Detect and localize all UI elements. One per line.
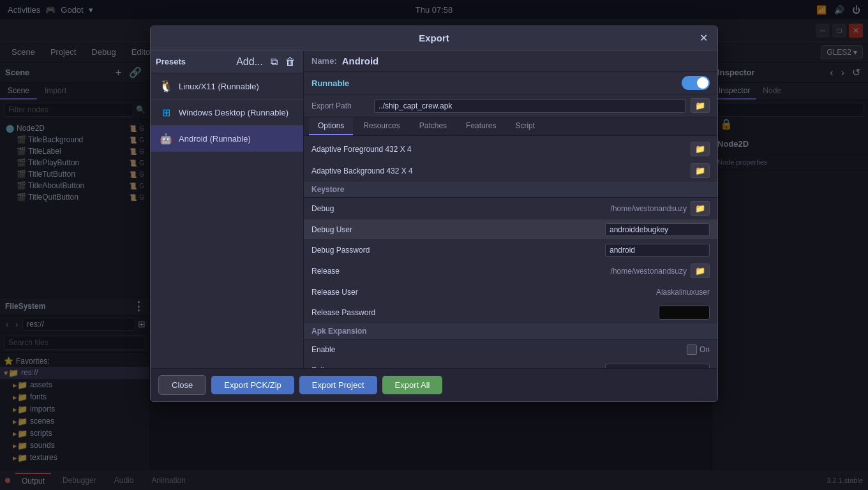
presets-title: Presets: [156, 57, 186, 66]
android-icon: 🤖: [160, 133, 172, 145]
release-pw-label: Release Password: [311, 308, 659, 317]
debug-user-input[interactable]: [605, 223, 710, 236]
enable-checkbox[interactable]: [687, 345, 697, 355]
add-preset-button[interactable]: Add...: [234, 55, 266, 69]
debug-pw-input[interactable]: [605, 244, 710, 256]
presets-actions: Add... ⧉ 🗑: [234, 55, 298, 69]
dialog-footer: Close Export PCK/Zip Export Project Expo…: [151, 368, 717, 401]
options-tab-label: Options: [318, 121, 344, 130]
settings-row-debug-pw: Debug Password: [304, 240, 717, 260]
dialog-close-button[interactable]: ✕: [696, 31, 711, 46]
linux-icon: 🐧: [159, 79, 173, 93]
enable-value: On: [687, 345, 710, 355]
android-preset-label: Android (Runnable): [179, 134, 251, 144]
export-dialog: Export ✕ Presets Add... ⧉ 🗑 �: [150, 26, 718, 402]
preset-item-linux[interactable]: 🐧 Linux/X11 (Runnable): [151, 73, 303, 100]
adaptive-bg-label: Adaptive Background 432 X 4: [311, 167, 691, 175]
debug-user-value: [605, 223, 710, 236]
adaptive-fg-label: Adaptive Foreground 432 X 4: [311, 145, 691, 154]
debug-pw-label: Debug Password: [311, 246, 605, 255]
settings-body: Adaptive Foreground 432 X 4 📁 Adaptive B…: [304, 136, 717, 368]
export-path-row: Export Path 📁: [304, 94, 717, 117]
release-folder-button[interactable]: 📁: [691, 264, 710, 278]
settings-name-row: Name: Android: [304, 50, 717, 72]
export-settings: Name: Android Runnable Export Path 📁: [304, 50, 717, 368]
export-path-label: Export Path: [311, 101, 369, 110]
export-path-input[interactable]: [374, 99, 685, 113]
enable-check-on: On: [687, 345, 710, 355]
dialog-body: Presets Add... ⧉ 🗑 🐧 Linux/X11 (Runnable…: [151, 50, 717, 368]
settings-row-salt: Salt: [304, 360, 717, 368]
keystore-section: Keystore: [304, 182, 717, 198]
features-tab-label: Features: [466, 121, 496, 130]
preset-list: 🐧 Linux/X11 (Runnable) ⊞ Windows Desktop…: [151, 73, 303, 368]
release-user-label: Release User: [311, 288, 656, 297]
debug-label: Debug: [311, 204, 611, 213]
patches-tab-label: Patches: [419, 121, 447, 130]
settings-row-adaptive-bg: Adaptive Background 432 X 4 📁: [304, 160, 717, 182]
enable-on-label: On: [700, 345, 710, 354]
footer-export-project-button[interactable]: Export Project: [299, 376, 377, 394]
settings-tab-patches[interactable]: Patches: [410, 117, 456, 135]
settings-row-release: Release /home/westonandsuzy 📁: [304, 260, 717, 282]
export-path-folder-button[interactable]: 📁: [691, 98, 710, 113]
footer-export-pck-button[interactable]: Export PCK/Zip: [211, 376, 294, 394]
debug-path-text: /home/westonandsuzy: [611, 204, 687, 213]
release-value: /home/westonandsuzy 📁: [611, 264, 710, 278]
windows-icon: ⊞: [162, 107, 170, 119]
copy-preset-button[interactable]: ⧉: [268, 55, 280, 69]
salt-input[interactable]: [605, 364, 710, 368]
settings-tab-options[interactable]: Options: [309, 117, 353, 135]
delete-preset-button[interactable]: 🗑: [283, 55, 298, 69]
release-user-value: Alaskalinuxuser: [656, 288, 710, 297]
settings-row-release-user: Release User Alaskalinuxuser: [304, 282, 717, 302]
runnable-toggle[interactable]: [682, 76, 710, 90]
runnable-label: Runnable: [311, 78, 682, 88]
settings-row-debug-user: Debug User: [304, 219, 717, 240]
linux-preset-label: Linux/X11 (Runnable): [179, 82, 259, 91]
release-path-text: /home/westonandsuzy: [611, 267, 687, 276]
preset-item-windows[interactable]: ⊞ Windows Desktop (Runnable): [151, 100, 303, 126]
script-tab-label: Script: [515, 121, 535, 130]
settings-row-debug: Debug /home/westonandsuzy 📁: [304, 198, 717, 219]
enable-label: Enable: [311, 345, 687, 354]
presets-panel: Presets Add... ⧉ 🗑 🐧 Linux/X11 (Runnable…: [151, 50, 304, 368]
settings-tab-features[interactable]: Features: [457, 117, 505, 135]
android-preset-icon: 🤖: [158, 131, 174, 146]
preset-item-android[interactable]: 🤖 Android (Runnable): [151, 126, 303, 152]
adaptive-bg-folder-button[interactable]: 📁: [691, 163, 710, 178]
apk-expansion-section: Apk Expansion: [304, 323, 717, 339]
modal-overlay: Export ✕ Presets Add... ⧉ 🗑 �: [0, 0, 868, 490]
footer-close-button[interactable]: Close: [158, 375, 206, 395]
windows-preset-icon: ⊞: [158, 105, 174, 120]
settings-tabs: Options Resources Patches Features Scrip…: [304, 117, 717, 136]
presets-header: Presets Add... ⧉ 🗑: [151, 50, 303, 73]
release-pw-value: [659, 306, 710, 320]
footer-export-all-button[interactable]: Export All: [382, 376, 443, 394]
linux-preset-icon: 🐧: [158, 78, 174, 94]
salt-value: [605, 364, 710, 368]
name-value: Android: [342, 56, 379, 66]
debug-value: /home/westonandsuzy 📁: [611, 201, 710, 216]
runnable-row: Runnable: [304, 72, 717, 94]
settings-tab-script[interactable]: Script: [506, 117, 544, 135]
adaptive-fg-value: 📁: [691, 142, 710, 156]
adaptive-fg-folder-button[interactable]: 📁: [691, 142, 710, 156]
settings-tab-resources[interactable]: Resources: [354, 117, 408, 135]
release-label: Release: [311, 267, 611, 276]
settings-row-adaptive-fg: Adaptive Foreground 432 X 4 📁: [304, 138, 717, 160]
adaptive-bg-value: 📁: [691, 163, 710, 178]
settings-row-release-pw: Release Password: [304, 302, 717, 323]
debug-folder-button[interactable]: 📁: [691, 201, 710, 216]
debug-pw-value: [605, 244, 710, 256]
resources-tab-label: Resources: [363, 121, 400, 130]
name-label: Name:: [311, 56, 337, 66]
dialog-header: Export ✕: [151, 26, 717, 50]
dialog-title: Export: [419, 33, 449, 43]
windows-preset-label: Windows Desktop (Runnable): [179, 108, 288, 117]
debug-user-label: Debug User: [311, 225, 605, 234]
settings-row-enable: Enable On: [304, 339, 717, 360]
release-user-text: Alaskalinuxuser: [656, 288, 710, 297]
release-pw-field[interactable]: [659, 306, 710, 320]
